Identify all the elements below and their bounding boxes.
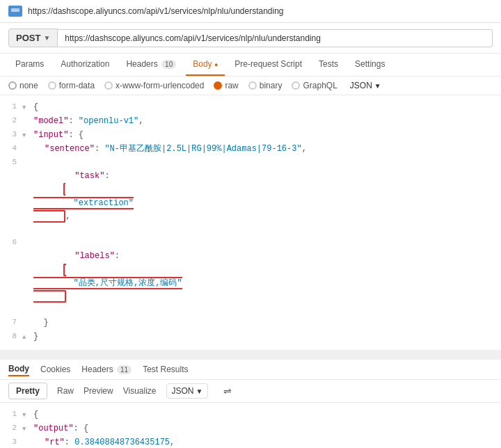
method-label: POST: [16, 33, 40, 43]
request-code-editor[interactable]: 1 ▼ { 2 "model": "opennlu-v1", 3 ▼ "inpu…: [0, 95, 501, 355]
code-line-8: 8 ▲ }: [0, 330, 501, 344]
top-tab-bar: Params Authorization Headers 10 Body ● P…: [0, 54, 501, 77]
format-label: JSON: [350, 81, 372, 90]
tab-pre-request[interactable]: Pre-request Script: [228, 54, 309, 76]
tab-params[interactable]: Params: [8, 54, 51, 76]
tab-authorization[interactable]: Authorization: [54, 54, 116, 76]
body-type-raw[interactable]: raw: [214, 81, 238, 90]
tab-response-headers[interactable]: Headers 11: [81, 363, 132, 376]
body-type-graphql[interactable]: GraphQL: [292, 81, 337, 90]
view-visualize[interactable]: Visualize: [123, 383, 157, 399]
tab-settings[interactable]: Settings: [348, 54, 392, 76]
tab-response-body[interactable]: Body: [8, 362, 29, 376]
response-format-dropdown[interactable]: JSON ▼: [166, 383, 209, 399]
format-dropdown[interactable]: JSON ▼: [350, 81, 381, 90]
radio-none: [8, 81, 17, 90]
tab-body[interactable]: Body ●: [186, 54, 225, 76]
body-type-urlencoded[interactable]: x-www-form-urlencoded: [104, 81, 204, 90]
radio-urlencoded: [104, 81, 113, 90]
svg-rect-1: [11, 8, 19, 12]
view-preview[interactable]: Preview: [84, 383, 113, 399]
view-tab-bar: Pretty Raw Preview Visualize JSON ▼ ⇌: [0, 380, 501, 403]
code-line-7: 7 }: [0, 317, 501, 330]
resp-headers-badge: 11: [117, 365, 132, 374]
url-input[interactable]: [58, 29, 493, 47]
radio-form-data: [48, 81, 56, 90]
code-line-2: 2 "model": "opennlu-v1",: [0, 115, 501, 129]
wrap-icon[interactable]: ⇌: [223, 385, 232, 397]
radio-raw: [214, 81, 222, 90]
browser-icon: [8, 6, 22, 17]
view-pretty[interactable]: Pretty: [8, 383, 47, 399]
resp-line-2: 2 ▼ "output": {: [0, 422, 501, 436]
body-type-form-data[interactable]: form-data: [48, 81, 95, 90]
body-type-bar: none form-data x-www-form-urlencoded raw…: [0, 77, 501, 95]
tab-response-cookies[interactable]: Cookies: [40, 363, 70, 376]
radio-graphql: [292, 81, 300, 90]
code-line-1: 1 ▼ {: [0, 101, 501, 115]
view-raw[interactable]: Raw: [57, 383, 74, 399]
tab-headers[interactable]: Headers 10: [119, 54, 183, 76]
body-type-binary[interactable]: binary: [248, 81, 283, 90]
chevron-down-icon: ▼: [374, 82, 381, 90]
code-line-6: 6 "labels": "品类,尺寸规格,浓度,编码": [0, 237, 501, 317]
tab-test-results[interactable]: Test Results: [143, 363, 188, 376]
resp-line-3: 3 "rt": 0.38408848736435175,: [0, 436, 501, 448]
chevron-down-icon: ▼: [196, 387, 203, 395]
address-bar: https://dashscope.aliyuncs.com/api/v1/se…: [0, 0, 501, 23]
response-code-editor[interactable]: 1 ▼ { 2 ▼ "output": { 3 "rt": 0.38408848…: [0, 403, 501, 448]
response-tab-bar: Body Cookies Headers 11 Test Results: [0, 360, 501, 380]
radio-binary: [248, 81, 257, 90]
request-bar: POST ▼: [0, 23, 501, 54]
code-line-3: 3 ▼ "input": {: [0, 129, 501, 143]
response-section: Body Cookies Headers 11 Test Results Pre…: [0, 360, 501, 448]
resp-line-1: 1 ▼ {: [0, 408, 501, 422]
chevron-down-icon: ▼: [43, 34, 50, 42]
headers-badge: 10: [161, 60, 176, 69]
response-format-label: JSON: [172, 386, 194, 396]
address-url[interactable]: https://dashscope.aliyuncs.com/api/v1/se…: [28, 6, 284, 16]
code-line-4: 4 "sentence": "N-甲基乙酰胺|2.5L|RG|99%|Adama…: [0, 143, 501, 157]
code-line-5: 5 "task": "extraction" ,: [0, 157, 501, 237]
body-type-none[interactable]: none: [8, 81, 38, 90]
method-dropdown[interactable]: POST ▼: [8, 29, 58, 47]
tab-tests[interactable]: Tests: [312, 54, 345, 76]
